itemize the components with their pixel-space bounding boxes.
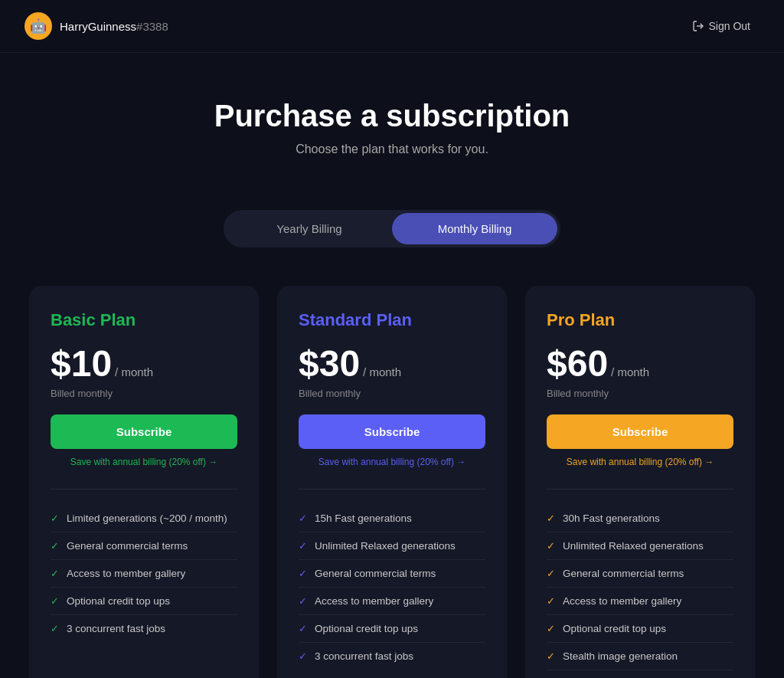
basic-subscribe-button[interactable]: Subscribe bbox=[51, 414, 237, 449]
user-info: 🤖 HarryGuinness#3388 bbox=[24, 12, 168, 40]
header: 🤖 HarryGuinness#3388 Sign Out bbox=[0, 0, 784, 53]
pro-price-amount: $60 bbox=[547, 342, 608, 385]
feature-text: Optional credit top ups bbox=[563, 623, 666, 634]
basic-feature-list: ✓ Limited generations (~200 / month) ✓ G… bbox=[51, 505, 237, 642]
check-icon: ✓ bbox=[547, 540, 555, 552]
pro-price-period: / month bbox=[611, 365, 649, 378]
pro-divider bbox=[547, 489, 733, 490]
feature-text: 30h Fast generations bbox=[563, 513, 660, 524]
check-icon: ✓ bbox=[299, 623, 307, 634]
check-icon: ✓ bbox=[547, 568, 555, 579]
list-item: ✓ General commercial terms bbox=[51, 532, 237, 560]
feature-text: General commercial terms bbox=[67, 540, 188, 552]
plans-container: Basic Plan $10 / month Billed monthly Su… bbox=[0, 286, 784, 678]
check-icon: ✓ bbox=[51, 568, 59, 579]
billing-toggle: Yearly Billing Monthly Billing bbox=[0, 210, 784, 247]
standard-subscribe-button[interactable]: Subscribe bbox=[299, 414, 485, 449]
pro-annual-save[interactable]: Save with annual billing (20% off) → bbox=[547, 457, 733, 467]
feature-text: 3 concurrent fast jobs bbox=[315, 650, 413, 662]
check-icon: ✓ bbox=[299, 650, 307, 662]
list-item: ✓ Access to member gallery bbox=[51, 560, 237, 588]
basic-price-amount: $10 bbox=[51, 342, 112, 385]
standard-price-amount: $30 bbox=[299, 342, 360, 385]
list-item: ✓ Optional credit top ups bbox=[299, 615, 485, 643]
standard-plan-card: Standard Plan $30 / month Billed monthly… bbox=[277, 286, 507, 678]
check-icon: ✓ bbox=[51, 623, 59, 634]
list-item: ✓ Unlimited Relaxed generations bbox=[547, 532, 733, 560]
feature-text: General commercial terms bbox=[563, 568, 684, 579]
list-item: ✓ Stealth image generation bbox=[547, 643, 733, 670]
basic-billed-info: Billed monthly bbox=[51, 388, 237, 399]
avatar-emoji: 🤖 bbox=[30, 18, 47, 34]
check-icon: ✓ bbox=[547, 513, 555, 524]
user-id: #3388 bbox=[136, 20, 168, 33]
yearly-billing-button[interactable]: Yearly Billing bbox=[227, 213, 392, 244]
pro-subscribe-button[interactable]: Subscribe bbox=[547, 414, 733, 449]
check-icon: ✓ bbox=[547, 595, 555, 607]
basic-price-period: / month bbox=[115, 365, 153, 378]
page-subtitle: Choose the plan that works for you. bbox=[15, 142, 769, 156]
list-item: ✓ Optional credit top ups bbox=[547, 615, 733, 643]
hero-section: Purchase a subscription Choose the plan … bbox=[0, 53, 784, 187]
feature-text: Stealth image generation bbox=[563, 650, 678, 662]
pro-billed-info: Billed monthly bbox=[547, 388, 733, 399]
feature-text: Optional credit top ups bbox=[67, 595, 170, 607]
feature-text: Access to member gallery bbox=[315, 595, 433, 607]
check-icon: ✓ bbox=[51, 513, 59, 524]
list-item: ✓ Optional credit top ups bbox=[51, 588, 237, 615]
check-icon: ✓ bbox=[547, 650, 555, 662]
avatar: 🤖 bbox=[24, 12, 52, 40]
username-text: HarryGuinness bbox=[60, 20, 136, 33]
feature-text: Access to member gallery bbox=[67, 568, 185, 579]
monthly-billing-button[interactable]: Monthly Billing bbox=[392, 213, 557, 244]
basic-divider bbox=[51, 489, 237, 490]
sign-out-icon bbox=[692, 20, 704, 32]
basic-annual-save[interactable]: Save with annual billing (20% off) → bbox=[51, 457, 237, 467]
feature-text: Unlimited Relaxed generations bbox=[315, 540, 456, 552]
standard-price-period: / month bbox=[363, 365, 401, 378]
pro-feature-list: ✓ 30h Fast generations ✓ Unlimited Relax… bbox=[547, 505, 733, 678]
feature-text: Optional credit top ups bbox=[315, 623, 418, 634]
list-item: ✓ 15h Fast generations bbox=[299, 505, 485, 532]
list-item: ✓ 3 concurrent fast jobs bbox=[299, 643, 485, 670]
check-icon: ✓ bbox=[299, 568, 307, 579]
basic-plan-price: $10 / month bbox=[51, 342, 237, 385]
list-item: ✓ General commercial terms bbox=[299, 560, 485, 588]
standard-annual-save[interactable]: Save with annual billing (20% off) → bbox=[299, 457, 485, 467]
list-item: ✓ 12 concurrent fast jobs bbox=[547, 670, 733, 678]
username: HarryGuinness#3388 bbox=[60, 20, 168, 33]
feature-text: General commercial terms bbox=[315, 568, 436, 579]
pro-plan-card: Pro Plan $60 / month Billed monthly Subs… bbox=[525, 286, 755, 678]
toggle-container: Yearly Billing Monthly Billing bbox=[224, 210, 560, 247]
standard-billed-info: Billed monthly bbox=[299, 388, 485, 399]
page-title: Purchase a subscription bbox=[15, 99, 769, 133]
list-item: ✓ Limited generations (~200 / month) bbox=[51, 505, 237, 532]
basic-plan-card: Basic Plan $10 / month Billed monthly Su… bbox=[29, 286, 259, 678]
standard-plan-name: Standard Plan bbox=[299, 310, 485, 330]
sign-out-button[interactable]: Sign Out bbox=[683, 15, 760, 37]
standard-feature-list: ✓ 15h Fast generations ✓ Unlimited Relax… bbox=[299, 505, 485, 670]
check-icon: ✓ bbox=[299, 595, 307, 607]
check-icon: ✓ bbox=[547, 623, 555, 634]
feature-text: 3 concurrent fast jobs bbox=[67, 623, 165, 634]
list-item: ✓ General commercial terms bbox=[547, 560, 733, 588]
pro-plan-price: $60 / month bbox=[547, 342, 733, 385]
list-item: ✓ 30h Fast generations bbox=[547, 505, 733, 532]
check-icon: ✓ bbox=[51, 595, 59, 607]
list-item: ✓ 3 concurrent fast jobs bbox=[51, 615, 237, 642]
standard-divider bbox=[299, 489, 485, 490]
basic-plan-name: Basic Plan bbox=[51, 310, 237, 330]
feature-text: Unlimited Relaxed generations bbox=[563, 540, 704, 552]
feature-text: 15h Fast generations bbox=[315, 513, 412, 524]
list-item: ✓ Access to member gallery bbox=[299, 588, 485, 615]
list-item: ✓ Access to member gallery bbox=[547, 588, 733, 615]
sign-out-label: Sign Out bbox=[709, 20, 750, 32]
check-icon: ✓ bbox=[299, 540, 307, 552]
standard-plan-price: $30 / month bbox=[299, 342, 485, 385]
feature-text: Limited generations (~200 / month) bbox=[67, 513, 227, 524]
check-icon: ✓ bbox=[51, 540, 59, 552]
pro-plan-name: Pro Plan bbox=[547, 310, 733, 330]
feature-text: Access to member gallery bbox=[563, 595, 681, 607]
list-item: ✓ Unlimited Relaxed generations bbox=[299, 532, 485, 560]
check-icon: ✓ bbox=[299, 513, 307, 524]
